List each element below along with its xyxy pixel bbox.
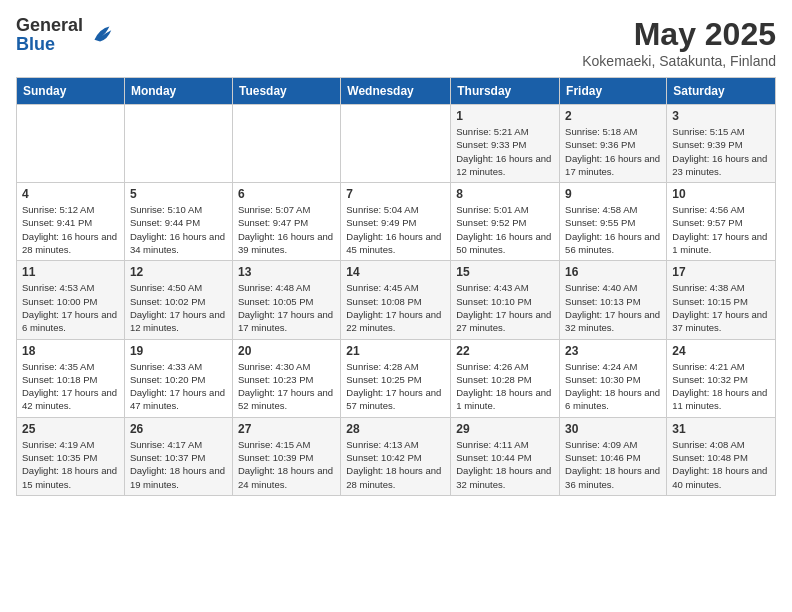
day-info: Sunrise: 5:18 AMSunset: 9:36 PMDaylight:… (565, 125, 661, 178)
day-number: 8 (456, 187, 554, 201)
day-info: Sunrise: 4:09 AMSunset: 10:46 PMDaylight… (565, 438, 661, 491)
day-cell: 28Sunrise: 4:13 AMSunset: 10:42 PMDaylig… (341, 417, 451, 495)
day-number: 22 (456, 344, 554, 358)
day-cell: 16Sunrise: 4:40 AMSunset: 10:13 PMDaylig… (560, 261, 667, 339)
day-info: Sunrise: 5:21 AMSunset: 9:33 PMDaylight:… (456, 125, 554, 178)
day-cell: 15Sunrise: 4:43 AMSunset: 10:10 PMDaylig… (451, 261, 560, 339)
day-number: 16 (565, 265, 661, 279)
day-number: 24 (672, 344, 770, 358)
calendar-table: SundayMondayTuesdayWednesdayThursdayFrid… (16, 77, 776, 496)
header-cell-sunday: Sunday (17, 78, 125, 105)
day-cell: 5Sunrise: 5:10 AMSunset: 9:44 PMDaylight… (124, 183, 232, 261)
day-info: Sunrise: 4:21 AMSunset: 10:32 PMDaylight… (672, 360, 770, 413)
header-cell-saturday: Saturday (667, 78, 776, 105)
day-cell: 6Sunrise: 5:07 AMSunset: 9:47 PMDaylight… (232, 183, 340, 261)
day-cell: 21Sunrise: 4:28 AMSunset: 10:25 PMDaylig… (341, 339, 451, 417)
day-number: 26 (130, 422, 227, 436)
day-cell: 24Sunrise: 4:21 AMSunset: 10:32 PMDaylig… (667, 339, 776, 417)
day-cell: 3Sunrise: 5:15 AMSunset: 9:39 PMDaylight… (667, 105, 776, 183)
day-number: 11 (22, 265, 119, 279)
logo-text-general: General (16, 15, 83, 35)
day-info: Sunrise: 5:01 AMSunset: 9:52 PMDaylight:… (456, 203, 554, 256)
day-cell: 23Sunrise: 4:24 AMSunset: 10:30 PMDaylig… (560, 339, 667, 417)
day-info: Sunrise: 4:08 AMSunset: 10:48 PMDaylight… (672, 438, 770, 491)
logo-text-blue: Blue (16, 34, 55, 54)
day-number: 15 (456, 265, 554, 279)
day-info: Sunrise: 4:38 AMSunset: 10:15 PMDaylight… (672, 281, 770, 334)
day-number: 21 (346, 344, 445, 358)
day-number: 4 (22, 187, 119, 201)
day-info: Sunrise: 4:28 AMSunset: 10:25 PMDaylight… (346, 360, 445, 413)
header-cell-thursday: Thursday (451, 78, 560, 105)
day-info: Sunrise: 4:43 AMSunset: 10:10 PMDaylight… (456, 281, 554, 334)
day-info: Sunrise: 4:15 AMSunset: 10:39 PMDaylight… (238, 438, 335, 491)
day-number: 18 (22, 344, 119, 358)
day-cell: 9Sunrise: 4:58 AMSunset: 9:55 PMDaylight… (560, 183, 667, 261)
header-cell-friday: Friday (560, 78, 667, 105)
day-info: Sunrise: 4:45 AMSunset: 10:08 PMDaylight… (346, 281, 445, 334)
day-number: 2 (565, 109, 661, 123)
day-number: 20 (238, 344, 335, 358)
day-number: 25 (22, 422, 119, 436)
day-cell: 27Sunrise: 4:15 AMSunset: 10:39 PMDaylig… (232, 417, 340, 495)
day-cell: 19Sunrise: 4:33 AMSunset: 10:20 PMDaylig… (124, 339, 232, 417)
day-cell: 11Sunrise: 4:53 AMSunset: 10:00 PMDaylig… (17, 261, 125, 339)
day-number: 13 (238, 265, 335, 279)
header-cell-monday: Monday (124, 78, 232, 105)
day-info: Sunrise: 4:50 AMSunset: 10:02 PMDaylight… (130, 281, 227, 334)
day-number: 12 (130, 265, 227, 279)
day-info: Sunrise: 5:04 AMSunset: 9:49 PMDaylight:… (346, 203, 445, 256)
day-cell: 20Sunrise: 4:30 AMSunset: 10:23 PMDaylig… (232, 339, 340, 417)
calendar-subtitle: Kokemaeki, Satakunta, Finland (582, 53, 776, 69)
week-row-4: 18Sunrise: 4:35 AMSunset: 10:18 PMDaylig… (17, 339, 776, 417)
day-info: Sunrise: 5:07 AMSunset: 9:47 PMDaylight:… (238, 203, 335, 256)
title-section: May 2025 Kokemaeki, Satakunta, Finland (582, 16, 776, 69)
logo-bird-icon (87, 21, 115, 49)
day-number: 27 (238, 422, 335, 436)
day-info: Sunrise: 5:10 AMSunset: 9:44 PMDaylight:… (130, 203, 227, 256)
day-info: Sunrise: 4:17 AMSunset: 10:37 PMDaylight… (130, 438, 227, 491)
day-number: 3 (672, 109, 770, 123)
day-number: 6 (238, 187, 335, 201)
week-row-2: 4Sunrise: 5:12 AMSunset: 9:41 PMDaylight… (17, 183, 776, 261)
day-info: Sunrise: 4:26 AMSunset: 10:28 PMDaylight… (456, 360, 554, 413)
day-info: Sunrise: 4:24 AMSunset: 10:30 PMDaylight… (565, 360, 661, 413)
day-number: 31 (672, 422, 770, 436)
day-number: 17 (672, 265, 770, 279)
page-header: General Blue May 2025 Kokemaeki, Satakun… (16, 16, 776, 69)
day-info: Sunrise: 4:58 AMSunset: 9:55 PMDaylight:… (565, 203, 661, 256)
day-cell: 17Sunrise: 4:38 AMSunset: 10:15 PMDaylig… (667, 261, 776, 339)
day-cell: 12Sunrise: 4:50 AMSunset: 10:02 PMDaylig… (124, 261, 232, 339)
day-cell: 13Sunrise: 4:48 AMSunset: 10:05 PMDaylig… (232, 261, 340, 339)
day-info: Sunrise: 4:56 AMSunset: 9:57 PMDaylight:… (672, 203, 770, 256)
day-number: 23 (565, 344, 661, 358)
day-number: 28 (346, 422, 445, 436)
calendar-title: May 2025 (582, 16, 776, 53)
day-cell: 25Sunrise: 4:19 AMSunset: 10:35 PMDaylig… (17, 417, 125, 495)
day-cell: 10Sunrise: 4:56 AMSunset: 9:57 PMDayligh… (667, 183, 776, 261)
header-cell-tuesday: Tuesday (232, 78, 340, 105)
day-info: Sunrise: 4:35 AMSunset: 10:18 PMDaylight… (22, 360, 119, 413)
day-info: Sunrise: 4:53 AMSunset: 10:00 PMDaylight… (22, 281, 119, 334)
day-cell: 1Sunrise: 5:21 AMSunset: 9:33 PMDaylight… (451, 105, 560, 183)
week-row-1: 1Sunrise: 5:21 AMSunset: 9:33 PMDaylight… (17, 105, 776, 183)
day-number: 14 (346, 265, 445, 279)
day-info: Sunrise: 4:48 AMSunset: 10:05 PMDaylight… (238, 281, 335, 334)
day-info: Sunrise: 4:33 AMSunset: 10:20 PMDaylight… (130, 360, 227, 413)
day-number: 19 (130, 344, 227, 358)
logo: General Blue (16, 16, 115, 54)
day-cell: 31Sunrise: 4:08 AMSunset: 10:48 PMDaylig… (667, 417, 776, 495)
day-cell (232, 105, 340, 183)
day-info: Sunrise: 4:40 AMSunset: 10:13 PMDaylight… (565, 281, 661, 334)
day-info: Sunrise: 5:12 AMSunset: 9:41 PMDaylight:… (22, 203, 119, 256)
day-info: Sunrise: 4:30 AMSunset: 10:23 PMDaylight… (238, 360, 335, 413)
day-cell: 22Sunrise: 4:26 AMSunset: 10:28 PMDaylig… (451, 339, 560, 417)
day-number: 7 (346, 187, 445, 201)
day-cell: 4Sunrise: 5:12 AMSunset: 9:41 PMDaylight… (17, 183, 125, 261)
day-info: Sunrise: 5:15 AMSunset: 9:39 PMDaylight:… (672, 125, 770, 178)
day-number: 30 (565, 422, 661, 436)
day-cell: 7Sunrise: 5:04 AMSunset: 9:49 PMDaylight… (341, 183, 451, 261)
day-number: 9 (565, 187, 661, 201)
week-row-5: 25Sunrise: 4:19 AMSunset: 10:35 PMDaylig… (17, 417, 776, 495)
day-cell: 30Sunrise: 4:09 AMSunset: 10:46 PMDaylig… (560, 417, 667, 495)
